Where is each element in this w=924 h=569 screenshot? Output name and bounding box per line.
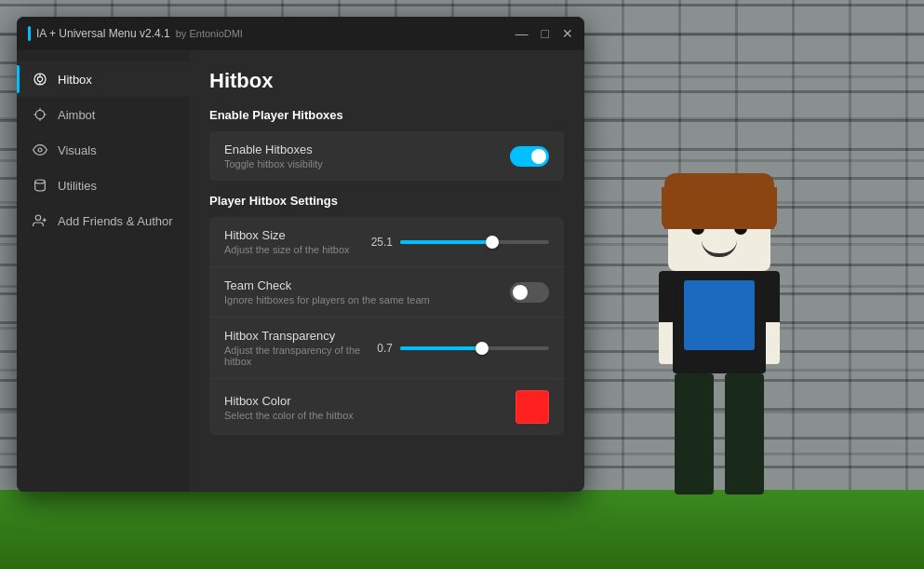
roblox-character [626,183,812,499]
hitbox-size-label: Hitbox Size [224,228,367,242]
hitbox-size-control: 25.1 [367,236,549,249]
char-smile [702,240,737,257]
hitbox-size-thumb [486,236,499,249]
content-area: Hitbox Aimbot Visuals Utilities [17,50,584,492]
team-check-toggle[interactable] [510,282,549,303]
sidebar-label-visuals: Visuals [58,143,97,157]
hitbox-size-slider[interactable] [400,240,549,244]
cylinder-icon [32,177,48,194]
sidebar-item-aimbot[interactable]: Aimbot [17,97,189,132]
minimize-button[interactable]: — [516,27,529,40]
team-check-control [510,282,549,303]
titlebar-accent [28,26,31,41]
titlebar-controls: — □ ✕ [516,27,573,40]
hitbox-transparency-desc: Adjust the transparency of the hitbox [224,345,367,367]
char-leg-right [725,373,764,494]
hitbox-color-info: Hitbox Color Select the color of the hit… [224,394,516,421]
sidebar-item-utilities[interactable]: Utilities [17,168,189,203]
hitbox-color-row: Hitbox Color Select the color of the hit… [209,379,564,435]
enable-hitboxes-info: Enable Hitboxes Toggle hitbox visibility [224,142,510,169]
hitbox-transparency-slider-container: 0.7 [367,342,549,355]
hitbox-transparency-info: Hitbox Transparency Adjust the transpare… [224,329,367,367]
team-check-row: Team Check Ignore hitboxes for players o… [209,267,564,318]
toggle-thumb-off [513,285,528,300]
titlebar-title: IA + Universal Menu v2.4.1 [36,27,170,40]
section-2-title: Player Hitbox Settings [209,194,564,208]
hitbox-color-picker[interactable] [516,390,549,424]
svg-point-10 [35,180,46,183]
char-body [673,271,766,373]
hitbox-size-row: Hitbox Size Adjust the size of the hitbo… [209,217,564,267]
hitbox-settings-card: Hitbox Size Adjust the size of the hitbo… [209,217,564,435]
enable-hitboxes-control [510,146,549,167]
hitbox-transparency-fill [400,346,482,350]
team-check-label: Team Check [224,278,510,292]
hitbox-size-value: 25.1 [367,236,393,249]
page-title: Hitbox [209,69,564,93]
char-hair-side-left [662,187,678,229]
sidebar-label-aimbot: Aimbot [58,108,95,122]
enable-hitboxes-card: Enable Hitboxes Toggle hitbox visibility [209,131,564,181]
hitbox-size-slider-container: 25.1 [367,236,549,249]
svg-point-11 [35,215,40,220]
crosshair-icon [32,106,48,123]
svg-point-1 [37,76,42,81]
titlebar-left: IA + Universal Menu v2.4.1 by EntonioDMI [28,26,243,41]
hitbox-color-control [516,390,549,424]
hitbox-size-fill [400,240,492,244]
main-window: IA + Universal Menu v2.4.1 by EntonioDMI… [17,17,584,492]
toggle-thumb [531,149,546,164]
hitbox-transparency-row: Hitbox Transparency Adjust the transpare… [209,318,564,379]
hitbox-transparency-slider[interactable] [400,346,549,350]
hitbox-transparency-value: 0.7 [367,342,393,355]
sidebar-item-visuals[interactable]: Visuals [17,132,189,168]
titlebar-author-label: by EntonioDMI [176,28,243,39]
char-leg-left [675,373,714,494]
enable-hitboxes-desc: Toggle hitbox visibility [224,158,510,169]
char-hair-side-right [760,187,777,229]
team-check-info: Team Check Ignore hitboxes for players o… [224,278,510,305]
hitbox-transparency-control: 0.7 [367,342,549,355]
section-1-title: Enable Player Hitboxes [209,108,564,122]
svg-point-9 [38,148,42,152]
sidebar-label-hitbox: Hitbox [58,73,92,87]
team-check-desc: Ignore hitboxes for players on the same … [224,294,510,305]
target-icon [32,71,48,88]
char-shirt [684,280,755,350]
hitbox-transparency-label: Hitbox Transparency [224,329,367,343]
sidebar-item-hitbox[interactable]: Hitbox [17,61,189,97]
enable-hitboxes-label: Enable Hitboxes [224,142,510,156]
hitbox-size-info: Hitbox Size Adjust the size of the hitbo… [224,228,367,255]
main-panel: Hitbox Enable Player Hitboxes Enable Hit… [189,50,584,492]
enable-hitboxes-toggle[interactable] [510,146,549,167]
hitbox-size-desc: Adjust the size of the hitbox [224,244,367,255]
grass [0,490,924,569]
close-button[interactable]: ✕ [562,27,573,40]
toggle-track [510,146,549,167]
enable-hitboxes-row: Enable Hitboxes Toggle hitbox visibility [209,131,564,181]
titlebar: IA + Universal Menu v2.4.1 by EntonioDMI… [17,17,584,50]
user-plus-icon [32,212,48,229]
eye-icon [32,142,48,158]
svg-point-4 [35,110,44,118]
sidebar-label-addfriends: Add Friends & Author [58,214,173,228]
hitbox-color-label: Hitbox Color [224,394,516,408]
hitbox-transparency-thumb [475,342,489,355]
hitbox-color-desc: Select the color of the hitbox [224,410,516,421]
char-hair [664,173,774,229]
sidebar: Hitbox Aimbot Visuals Utilities [17,50,189,492]
maximize-button[interactable]: □ [542,27,549,40]
toggle-track-off [510,282,549,303]
sidebar-item-addfriends[interactable]: Add Friends & Author [17,203,189,238]
sidebar-label-utilities: Utilities [58,179,97,193]
